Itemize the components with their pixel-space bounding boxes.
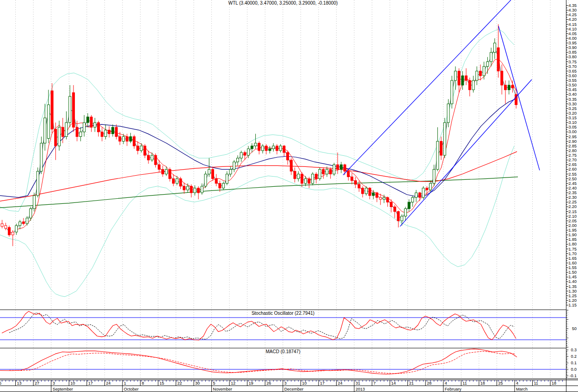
candle-body (208, 169, 210, 174)
macd-panel[interactable] (0, 349, 566, 379)
candle (33, 193, 35, 212)
candle-body (351, 177, 353, 181)
day-label: 26 (266, 381, 271, 386)
candle-body (440, 141, 443, 155)
candle-body (387, 197, 389, 202)
day-label: 24 (338, 381, 342, 386)
price-tick-label: 1.40 (568, 279, 577, 284)
price-tick-label: 3.75 (568, 60, 577, 64)
price-panel[interactable] (0, 0, 566, 310)
candle-body (26, 218, 28, 224)
candle-body (165, 169, 167, 174)
candle-body (61, 127, 64, 136)
day-label: 4 (445, 381, 447, 386)
day-label: 27 (35, 381, 39, 386)
price-tick-label: 2.25 (568, 200, 577, 204)
candle-body (340, 165, 342, 169)
price-tick-label: 1.30 (568, 289, 577, 294)
day-label: 11 (534, 381, 538, 386)
day-label: 17 (88, 381, 93, 386)
candle-body (272, 146, 275, 149)
candle-body (126, 137, 128, 141)
candle-body (211, 169, 214, 178)
candle-body (401, 216, 403, 221)
candle-body (362, 188, 364, 194)
price-tick-label: 1.25 (568, 294, 577, 298)
stochastic-panel[interactable] (0, 310, 566, 348)
price-tick-label: 3.85 (568, 50, 577, 55)
price-tick-label: 2.65 (568, 162, 577, 167)
price-tick-label: 3.20 (568, 111, 577, 116)
candle-body (476, 71, 478, 80)
price-tick-label: 2.55 (568, 172, 577, 177)
price-tick-label: 1.95 (568, 228, 577, 233)
macd-tick-label: 0.2 (571, 354, 577, 359)
price-tick-label: 3.65 (568, 69, 577, 74)
price-tick-label: 3.35 (568, 97, 577, 102)
price-tick-label: 3.45 (568, 87, 577, 92)
candle-body (426, 188, 428, 190)
candle-body (461, 76, 464, 85)
candle-body (101, 132, 103, 136)
candle-body (219, 184, 221, 188)
price-tick-label: 2.85 (568, 144, 577, 148)
price-tick-label: 1.70 (568, 251, 577, 256)
day-label: 21 (409, 381, 414, 386)
candle-body (493, 43, 496, 52)
candle-body (397, 212, 400, 221)
candle-body (22, 222, 25, 224)
day-label: 8 (141, 381, 144, 386)
macd-tick-label: 0.1 (571, 361, 577, 365)
candle-body (72, 92, 74, 127)
day-label: 12 (231, 381, 235, 386)
candle-body (287, 153, 289, 160)
candle-body (443, 122, 446, 155)
day-label: 18 (480, 381, 485, 386)
candle-body (65, 122, 68, 136)
price-tick-label: 2.45 (568, 181, 577, 186)
candle-body (379, 197, 381, 199)
candle-body (37, 171, 39, 196)
day-label: 4 (516, 381, 518, 386)
price-plot-area[interactable] (0, 0, 566, 310)
candle-body (347, 171, 350, 177)
candle-body (136, 146, 139, 151)
candle-body (390, 202, 392, 207)
day-label: 5 (213, 381, 215, 386)
candle-body (83, 122, 86, 132)
price-tick-label: 1.20 (568, 298, 577, 303)
month-label: March (516, 387, 528, 392)
candle-body (451, 80, 453, 104)
day-label: 3 (284, 381, 287, 386)
day-label: 14 (391, 381, 396, 386)
price-tick-label: 4.35 (568, 3, 577, 8)
stochastic-plot-area[interactable] (0, 310, 566, 348)
candle-body (119, 137, 121, 141)
candle-body (383, 197, 385, 199)
candle-body (479, 71, 481, 76)
macd-plot-area[interactable] (0, 349, 566, 379)
price-tick-label: 2.15 (568, 209, 577, 214)
day-label: 11 (462, 381, 467, 386)
price-tick-label: 3.10 (568, 120, 577, 125)
candle-body (258, 143, 260, 151)
price-tick-label: 2.40 (568, 186, 577, 190)
candle-body (265, 146, 267, 151)
candle-body (204, 174, 207, 186)
price-tick-label: 2.95 (568, 135, 577, 139)
candle (312, 172, 314, 185)
day-label: 10 (302, 381, 307, 386)
price-tick-label: 1.45 (568, 275, 577, 279)
price-ruler[interactable]: 4.354.304.254.204.154.104.054.003.953.90… (566, 3, 577, 378)
candle-body (90, 117, 92, 127)
month-label: December (284, 387, 304, 392)
candle-body (51, 91, 53, 129)
candle-body (111, 127, 114, 134)
candle-body (154, 155, 157, 165)
price-tick-label: 1.75 (568, 247, 577, 251)
price-tick-label: 3.90 (568, 45, 577, 50)
price-tick-label: 1.60 (568, 261, 577, 265)
candle-body (294, 171, 296, 178)
candle-body (69, 96, 71, 122)
candle-body (304, 179, 307, 184)
